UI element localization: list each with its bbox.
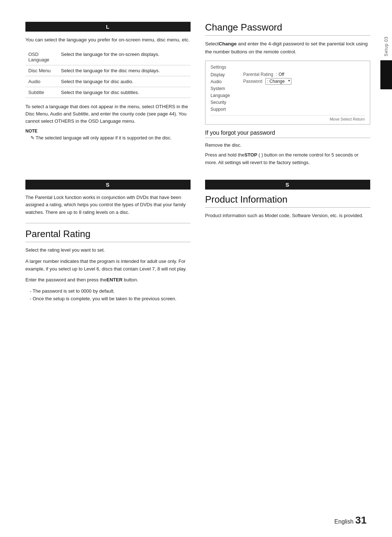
settings-box-title: Settings bbox=[211, 65, 365, 70]
footer-page-number: 31 bbox=[355, 514, 367, 526]
settings-values: Parental Rating : Off Password : Change bbox=[243, 72, 365, 112]
forgot-text: Remove the disc. Press and hold theSTOP … bbox=[205, 142, 370, 166]
settings-menu-item: Support bbox=[211, 106, 236, 112]
parental-rating-title: Parental Rating bbox=[25, 228, 191, 242]
parental-list-item: - Once the setup is complete, you will b… bbox=[25, 295, 191, 303]
parental-intro: Select the rating level you want to set. bbox=[25, 247, 191, 254]
forgot-step-2: Press and hold theSTOP ( ) button on the… bbox=[205, 151, 370, 167]
parental-rating-val: : Off bbox=[276, 72, 284, 77]
settings-menu-item: System bbox=[211, 86, 236, 91]
settings-menu-item: Security bbox=[211, 99, 236, 105]
language-note-para: To select a language that does not appea… bbox=[25, 103, 191, 125]
side-tab-black-bar bbox=[380, 60, 392, 89]
parental-divider bbox=[25, 223, 191, 223]
bottom-section: S The Parental Lock function works in co… bbox=[25, 180, 370, 303]
parental-rating-key: Parental Rating bbox=[243, 72, 273, 77]
lang-desc: Select the language for disc subtitles. bbox=[58, 87, 191, 98]
bottom-right-col: S Product Information Product informatio… bbox=[205, 180, 370, 303]
parental-para2: Enter the password and then press theENT… bbox=[25, 276, 191, 284]
settings-footer: Move Select Return bbox=[211, 115, 365, 121]
language-table: OSD LanguageSelect the language for the … bbox=[25, 49, 191, 98]
side-tab-number: 03 bbox=[384, 36, 389, 42]
security-intro: The Parental Lock function works in conj… bbox=[25, 194, 191, 216]
parental-list-item: - The password is set to 0000 by default… bbox=[25, 288, 191, 295]
forgot-step-1: Remove the disc. bbox=[205, 142, 370, 149]
change-password-intro: SelectChange and enter the 4-digit passw… bbox=[205, 40, 370, 56]
settings-row-parental: Parental Rating : Off bbox=[243, 72, 365, 77]
right-col-password: Change Password SelectChange and enter t… bbox=[205, 22, 370, 169]
side-tab: 03 Setup bbox=[380, 36, 392, 89]
lang-table-row: OSD LanguageSelect the language for the … bbox=[25, 49, 191, 65]
settings-menu: DisplayAudioSystemLanguageSecuritySuppor… bbox=[211, 72, 236, 112]
note-items: ✎ The selected language will only appear… bbox=[25, 135, 191, 142]
lang-label: Audio bbox=[25, 76, 58, 87]
settings-box: Settings DisplayAudioSystemLanguageSecur… bbox=[205, 61, 370, 125]
section-bar-S-right: S bbox=[205, 180, 370, 190]
forgot-title: If you forgot your password bbox=[205, 130, 370, 138]
settings-box-content: DisplayAudioSystemLanguageSecuritySuppor… bbox=[211, 72, 365, 112]
lang-table-row: SubtitleSelect the language for disc sub… bbox=[25, 87, 191, 98]
password-val-box[interactable]: : Change bbox=[265, 78, 292, 85]
settings-menu-item: Language bbox=[211, 93, 236, 98]
change-password-title: Change Password bbox=[205, 22, 370, 36]
lang-label: Disc Menu bbox=[25, 65, 58, 76]
left-col-language: L You can select the language you prefer… bbox=[25, 22, 191, 169]
lang-desc: Select the language for the on-screen di… bbox=[58, 49, 191, 65]
parental-para1: A larger number indicates that the progr… bbox=[25, 258, 191, 273]
section-bar-S-left: S bbox=[25, 180, 191, 190]
page-container: 03 Setup L You can select the language y… bbox=[0, 0, 392, 537]
product-info-text: Product information such as Model code, … bbox=[205, 212, 370, 220]
lang-desc: Select the language for the disc menu di… bbox=[58, 65, 191, 76]
note-item: ✎ The selected language will only appear… bbox=[25, 135, 191, 142]
settings-menu-item: Audio bbox=[211, 79, 236, 85]
lang-desc: Select the language for disc audio. bbox=[58, 76, 191, 87]
page-footer: English 31 bbox=[334, 514, 367, 526]
section-bar-L: L bbox=[25, 22, 191, 32]
footer-language: English bbox=[334, 518, 353, 525]
bottom-two-col: S The Parental Lock function works in co… bbox=[25, 180, 370, 303]
product-info-title: Product Information bbox=[205, 194, 370, 208]
side-tab-label: Setup bbox=[384, 43, 389, 56]
password-key: Password bbox=[243, 79, 262, 84]
lang-label: Subtitle bbox=[25, 87, 58, 98]
language-intro: You can select the language you prefer f… bbox=[25, 36, 191, 44]
parental-list: - The password is set to 0000 by default… bbox=[25, 288, 191, 303]
lang-label: OSD Language bbox=[25, 49, 58, 65]
lang-table-row: AudioSelect the language for disc audio. bbox=[25, 76, 191, 87]
settings-row-password: Password : Change bbox=[243, 78, 365, 85]
settings-menu-item: Display bbox=[211, 72, 236, 78]
top-two-col: L You can select the language you prefer… bbox=[25, 22, 370, 169]
note-label: NOTE bbox=[25, 129, 191, 134]
lang-table-row: Disc MenuSelect the language for the dis… bbox=[25, 65, 191, 76]
bottom-left-col: S The Parental Lock function works in co… bbox=[25, 180, 191, 303]
